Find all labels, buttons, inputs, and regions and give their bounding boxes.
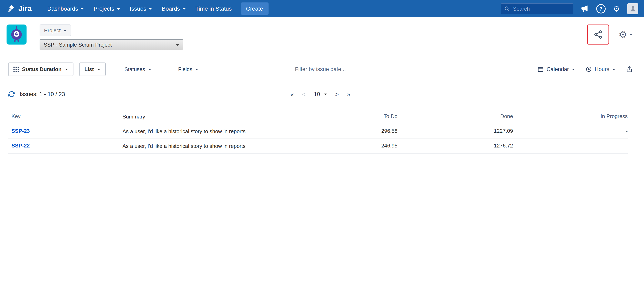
chevron-down-icon bbox=[80, 8, 84, 10]
calendar-button[interactable]: Calendar bbox=[538, 66, 575, 72]
done-value: 1227.09 bbox=[398, 128, 513, 134]
chevron-down-icon bbox=[182, 8, 186, 10]
chevron-down-icon bbox=[195, 69, 198, 70]
issue-key-link[interactable]: SSP-23 bbox=[8, 128, 122, 134]
help-icon[interactable]: ? bbox=[596, 4, 606, 13]
project-avatar[interactable] bbox=[6, 25, 26, 45]
export-button[interactable] bbox=[626, 66, 632, 73]
chevron-down-icon bbox=[65, 69, 68, 70]
target-icon bbox=[586, 66, 592, 72]
nav-item-boards[interactable]: Boards bbox=[157, 0, 190, 17]
view-type-button[interactable]: Status Duration bbox=[8, 63, 74, 76]
nav-item-dashboards[interactable]: Dashboards bbox=[42, 0, 89, 17]
chevron-down-icon bbox=[612, 69, 616, 70]
inprogress-value: - bbox=[513, 143, 628, 149]
user-avatar[interactable] bbox=[627, 3, 638, 14]
status-duration-table: Key Summary To Do Done In Progress SSP-2… bbox=[8, 110, 628, 154]
share-nodes-icon bbox=[594, 30, 603, 39]
navbar-right: ? ⚙ bbox=[501, 3, 638, 14]
column-header-done[interactable]: Done bbox=[398, 113, 513, 119]
layout-button[interactable]: List bbox=[79, 63, 106, 76]
toolbar-right: Calendar Hours bbox=[538, 66, 632, 73]
page: Jira Dashboards Projects Issues Boards T… bbox=[0, 0, 644, 154]
chevron-down-icon bbox=[148, 69, 151, 70]
grid-icon bbox=[14, 67, 19, 72]
fields-button[interactable]: Fields bbox=[174, 63, 202, 76]
issue-summary: As a user, I'd like a historical story t… bbox=[122, 128, 279, 135]
refresh-icon[interactable] bbox=[8, 91, 15, 97]
jira-logo-icon bbox=[7, 5, 16, 13]
header-actions: ⚙ bbox=[587, 25, 632, 45]
issue-summary: As a user, I'd like a historical story t… bbox=[122, 143, 279, 150]
prev-page-button[interactable]: < bbox=[302, 91, 306, 97]
page-size-select[interactable]: 10 bbox=[314, 91, 327, 97]
chevron-down-icon bbox=[176, 44, 179, 46]
chevron-down-icon bbox=[629, 34, 632, 36]
todo-value: 296.58 bbox=[279, 128, 398, 134]
brand-name: Jira bbox=[18, 4, 32, 13]
jira-logo[interactable]: Jira bbox=[7, 4, 32, 13]
last-page-button[interactable]: » bbox=[347, 91, 350, 97]
column-header-inprogress[interactable]: In Progress bbox=[513, 113, 628, 119]
project-header: Project SSP - Sample Scrum Project ⚙ bbox=[0, 17, 644, 50]
report-toolbar: Status Duration List Statuses Fields Cal… bbox=[8, 63, 632, 76]
issues-count-label: Issues: 1 - 10 / 23 bbox=[20, 91, 65, 97]
top-navbar: Jira Dashboards Projects Issues Boards T… bbox=[0, 0, 644, 17]
next-page-button[interactable]: > bbox=[335, 91, 339, 97]
results-bar: Issues: 1 - 10 / 23 « < 10 > » bbox=[8, 88, 632, 100]
export-icon bbox=[626, 66, 632, 73]
chevron-down-icon bbox=[149, 8, 152, 10]
inprogress-value: - bbox=[513, 128, 628, 134]
issue-key-link[interactable]: SSP-22 bbox=[8, 143, 122, 149]
nav-item-projects[interactable]: Projects bbox=[89, 0, 125, 17]
share-button-highlighted[interactable] bbox=[587, 25, 610, 45]
hours-unit-button[interactable]: Hours bbox=[586, 66, 616, 72]
column-header-todo[interactable]: To Do bbox=[279, 113, 398, 119]
project-selector-group: Project SSP - Sample Scrum Project bbox=[40, 25, 183, 50]
first-page-button[interactable]: « bbox=[290, 91, 294, 97]
pagination: « < 10 > » bbox=[290, 91, 350, 97]
report-settings-button[interactable]: ⚙ bbox=[618, 30, 632, 40]
table-body: SSP-23 As a user, I'd like a historical … bbox=[8, 124, 628, 154]
project-select[interactable]: SSP - Sample Scrum Project bbox=[40, 39, 183, 50]
chevron-down-icon bbox=[97, 69, 100, 70]
search-icon bbox=[504, 6, 510, 11]
column-header-key[interactable]: Key bbox=[8, 113, 122, 119]
global-search[interactable] bbox=[501, 3, 574, 14]
calendar-icon bbox=[538, 66, 544, 72]
chevron-down-icon bbox=[64, 30, 67, 32]
done-value: 1276.72 bbox=[398, 143, 513, 149]
chevron-down-icon bbox=[117, 8, 120, 10]
feedback-megaphone-icon[interactable] bbox=[581, 5, 589, 13]
statuses-button[interactable]: Statuses bbox=[120, 63, 155, 76]
nav-item-time-in-status[interactable]: Time in Status bbox=[190, 0, 236, 17]
issue-date-filter-input[interactable] bbox=[268, 66, 372, 73]
todo-value: 246.95 bbox=[279, 143, 398, 149]
chevron-down-icon bbox=[324, 93, 327, 95]
issues-count: Issues: 1 - 10 / 23 bbox=[8, 91, 65, 97]
project-scope-button[interactable]: Project bbox=[40, 25, 71, 36]
table-header: Key Summary To Do Done In Progress bbox=[8, 110, 628, 124]
column-header-summary[interactable]: Summary bbox=[122, 113, 279, 120]
search-input[interactable] bbox=[512, 5, 570, 12]
gear-icon: ⚙ bbox=[618, 30, 627, 40]
settings-gear-icon[interactable]: ⚙ bbox=[613, 5, 620, 13]
table-row: SSP-22 As a user, I'd like a historical … bbox=[8, 139, 628, 154]
chevron-down-icon bbox=[572, 69, 575, 70]
create-button[interactable]: Create bbox=[240, 3, 268, 15]
table-row: SSP-23 As a user, I'd like a historical … bbox=[8, 124, 628, 139]
nav-item-issues[interactable]: Issues bbox=[125, 0, 157, 17]
